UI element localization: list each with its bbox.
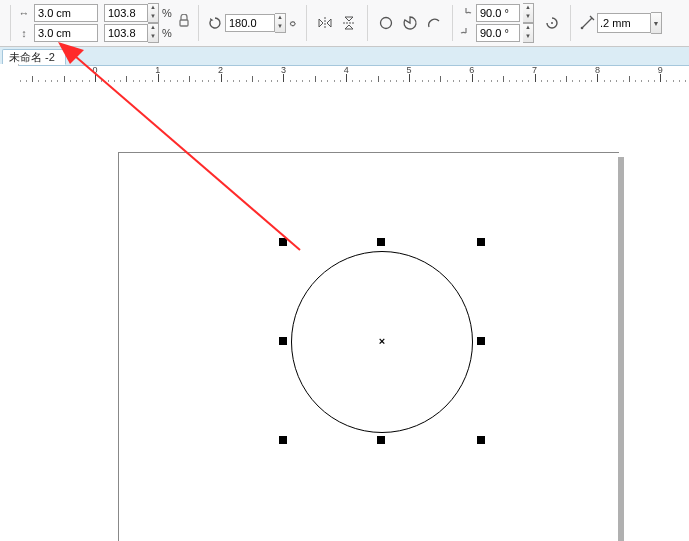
- svg-rect-0: [180, 20, 188, 26]
- ruler-tick-label: 8: [595, 65, 600, 75]
- document-tab[interactable]: 未命名 -2: [2, 49, 66, 65]
- separator: [452, 5, 453, 41]
- selection-handle-n[interactable]: [377, 238, 385, 246]
- swap-arc-direction-button[interactable]: [540, 11, 564, 35]
- separator: [198, 5, 199, 41]
- separator: [570, 5, 571, 41]
- ruler-tick-label: 1: [155, 65, 160, 75]
- ruler-tick-label: 5: [406, 65, 411, 75]
- start-angle-icon: [459, 6, 473, 20]
- height-icon: ↕: [17, 26, 31, 40]
- end-angle-icon: [459, 26, 473, 40]
- selection-handle-se[interactable]: [477, 436, 485, 444]
- ruler-tick-label: 4: [344, 65, 349, 75]
- pie-shape-button[interactable]: [398, 11, 422, 35]
- outline-pen-icon[interactable]: [577, 11, 597, 35]
- scale-x-stepper[interactable]: ▲▼: [148, 3, 159, 23]
- end-angle-input[interactable]: [476, 24, 520, 42]
- separator: [306, 5, 307, 41]
- canvas-area[interactable]: ×: [18, 82, 689, 541]
- object-height-input[interactable]: [34, 24, 98, 42]
- rotate-angle-input[interactable]: [225, 14, 275, 32]
- mirror-horizontal-button[interactable]: [313, 11, 337, 35]
- object-width-row: ↔: [17, 4, 98, 22]
- start-angle-input[interactable]: [476, 4, 520, 22]
- scale-x-row: ▲▼ %: [104, 4, 172, 22]
- document-tab-bar: 未命名 -2: [0, 47, 689, 66]
- ellipse-shape-button[interactable]: [374, 11, 398, 35]
- property-toolbar: ↔ ↕ ▲▼ % ▲▼ %: [0, 0, 689, 47]
- lock-ratio-button[interactable]: [176, 11, 192, 35]
- separator: [367, 5, 368, 41]
- selection-handle-s[interactable]: [377, 436, 385, 444]
- width-icon: ↔: [17, 6, 31, 20]
- object-width-input[interactable]: [34, 4, 98, 22]
- outline-width-dropdown[interactable]: ▼: [651, 12, 662, 34]
- svg-point-3: [581, 27, 584, 30]
- document-tab-label: 未命名 -2: [9, 50, 55, 65]
- selection-handle-e[interactable]: [477, 337, 485, 345]
- selection-center-marker: ×: [379, 335, 385, 347]
- start-angle-stepper[interactable]: ▲▼: [523, 3, 534, 23]
- outline-width-wrap: ▼: [597, 12, 662, 34]
- object-size-block: ↔ ↕: [17, 4, 98, 42]
- scale-x-input[interactable]: [104, 4, 148, 22]
- arc-shape-button[interactable]: [422, 11, 446, 35]
- arc-angle-block: ▲▼ ▲▼: [459, 4, 534, 42]
- selection-handle-nw[interactable]: [279, 238, 287, 246]
- scale-block: ▲▼ % ▲▼ %: [104, 4, 172, 42]
- ruler-tick-label: 0: [92, 65, 97, 75]
- rotate-angle-stepper[interactable]: ▲▼: [275, 13, 286, 33]
- ruler-origin-corner[interactable]: [0, 64, 19, 83]
- rotate-ccw-icon[interactable]: [205, 11, 225, 35]
- object-height-row: ↕: [17, 24, 98, 42]
- selection-handle-ne[interactable]: [477, 238, 485, 246]
- ruler-vertical[interactable]: [0, 82, 19, 541]
- rotate-angle-wrap: ▲▼: [225, 13, 286, 33]
- mirror-vertical-button[interactable]: [337, 11, 361, 35]
- ruler-tick-label: 9: [658, 65, 663, 75]
- scale-y-input[interactable]: [104, 24, 148, 42]
- ruler-tick-label: 2: [218, 65, 223, 75]
- outline-width-input[interactable]: [597, 13, 651, 33]
- selection-handle-w[interactable]: [279, 337, 287, 345]
- page-shadow: [618, 157, 624, 541]
- svg-point-2: [551, 22, 553, 24]
- degree-icon: ⭘: [286, 18, 300, 29]
- ruler-tick-label: 6: [469, 65, 474, 75]
- selection-handle-sw[interactable]: [279, 436, 287, 444]
- end-angle-stepper[interactable]: ▲▼: [523, 23, 534, 43]
- percent-label: %: [162, 7, 172, 19]
- scale-y-stepper[interactable]: ▲▼: [148, 23, 159, 43]
- separator: [10, 5, 11, 41]
- ruler-tick-label: 7: [532, 65, 537, 75]
- scale-y-row: ▲▼ %: [104, 24, 172, 42]
- ruler-tick-label: 3: [281, 65, 286, 75]
- percent-label: %: [162, 27, 172, 39]
- svg-point-1: [381, 18, 392, 29]
